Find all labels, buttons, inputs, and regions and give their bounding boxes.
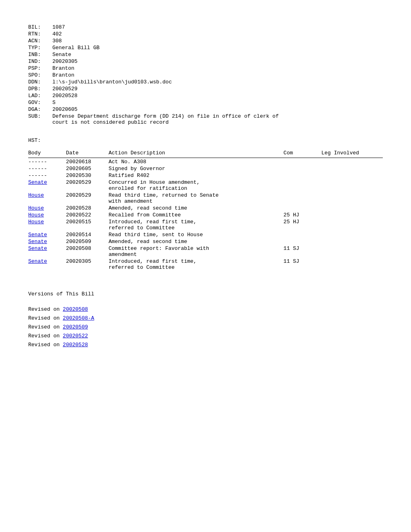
- cell-action: Read third time, returned to Senatewith …: [108, 192, 283, 205]
- cell-body[interactable]: House: [28, 212, 66, 218]
- body-link[interactable]: Senate: [28, 239, 47, 245]
- label-ind: IND:: [28, 58, 52, 64]
- meta-row-typ: TYP: General Bill GB: [28, 45, 383, 51]
- value-ind: 20020305: [52, 58, 383, 64]
- th-body: Body: [28, 150, 66, 158]
- meta-row-rtn: RTN: 402: [28, 31, 383, 37]
- body-link[interactable]: House: [28, 212, 44, 218]
- version-link[interactable]: 20020528: [63, 342, 88, 348]
- cell-date: 20020305: [66, 258, 109, 271]
- value-acn: 308: [52, 38, 383, 44]
- version-link[interactable]: 20020509: [63, 324, 88, 330]
- value-sub: Defense Department discharge form (DD 21…: [52, 113, 383, 125]
- value-psp: Branton: [52, 65, 383, 71]
- cell-leg: [321, 179, 383, 192]
- hst-label: HST:: [28, 137, 383, 143]
- label-dga: DGA:: [28, 106, 52, 112]
- cell-com: [284, 179, 322, 192]
- version-link[interactable]: 20020508-A: [63, 315, 94, 321]
- th-date: Date: [66, 150, 109, 158]
- cell-body[interactable]: Senate: [28, 238, 66, 245]
- meta-row-dga: DGA: 20020605: [28, 106, 383, 112]
- cell-body[interactable]: Senate: [28, 258, 66, 271]
- table-row: Senate20020529Concurred in House amendme…: [28, 179, 383, 192]
- label-typ: TYP:: [28, 45, 52, 51]
- meta-row-bil: BIL: 1087: [28, 24, 383, 30]
- cell-leg: [321, 238, 383, 245]
- cell-leg: [321, 172, 383, 179]
- list-item: Revised on 20020509: [28, 323, 383, 332]
- meta-row-acn: ACN: 308: [28, 38, 383, 44]
- meta-row-gov: GOV: S: [28, 100, 383, 106]
- meta-row-inb: INB: Senate: [28, 52, 383, 58]
- cell-com: [284, 205, 322, 212]
- label-gov: GOV:: [28, 100, 52, 106]
- value-dga: 20020605: [52, 106, 383, 112]
- cell-date: 20020529: [66, 192, 109, 205]
- value-rtn: 402: [52, 31, 383, 37]
- body-link[interactable]: Senate: [28, 258, 47, 264]
- label-acn: ACN:: [28, 38, 52, 44]
- versions-section: Versions of This Bill Revised on 2002050…: [28, 291, 383, 349]
- body-link[interactable]: Senate: [28, 245, 47, 251]
- cell-body[interactable]: Senate: [28, 179, 66, 192]
- body-link[interactable]: House: [28, 192, 44, 198]
- list-item: Revised on 20020522: [28, 332, 383, 341]
- cell-date: 20020528: [66, 205, 109, 212]
- cell-date: 20020618: [66, 158, 109, 165]
- cell-body[interactable]: Senate: [28, 231, 66, 238]
- version-link[interactable]: 20020522: [63, 333, 88, 339]
- value-bil: 1087: [52, 24, 383, 30]
- body-link[interactable]: Senate: [28, 232, 47, 238]
- cell-com: [284, 158, 322, 165]
- cell-body: ------: [28, 165, 66, 172]
- list-item: Revised on 20020508-A: [28, 314, 383, 323]
- cell-body[interactable]: House: [28, 218, 66, 231]
- cell-com: 25 HJ: [284, 212, 322, 218]
- cell-date: 20020529: [66, 179, 109, 192]
- value-inb: Senate: [52, 52, 383, 58]
- cell-date: 20020522: [66, 212, 109, 218]
- body-link[interactable]: House: [28, 219, 44, 225]
- value-lad: 20020528: [52, 93, 383, 99]
- cell-com: 11 SJ: [284, 245, 322, 258]
- cell-leg: [321, 192, 383, 205]
- cell-com: [284, 165, 322, 172]
- cell-action: Signed by Governor: [108, 165, 283, 172]
- list-item: Revised on 20020528: [28, 341, 383, 349]
- cell-leg: [321, 165, 383, 172]
- th-action: Action Description: [108, 150, 283, 158]
- body-link[interactable]: Senate: [28, 179, 47, 185]
- value-ddn: l:\s-jud\bills\branton\jud0103.wsb.doc: [52, 79, 383, 85]
- value-gov: S: [52, 100, 383, 106]
- body-link[interactable]: House: [28, 205, 44, 211]
- cell-body[interactable]: House: [28, 205, 66, 212]
- meta-row-ddn: DDN: l:\s-jud\bills\branton\jud0103.wsb.…: [28, 79, 383, 85]
- version-link[interactable]: 20020508: [63, 306, 88, 312]
- meta-row-spo: SPO: Branton: [28, 72, 383, 78]
- cell-action: Ratified R402: [108, 172, 283, 179]
- cell-body[interactable]: Senate: [28, 245, 66, 258]
- cell-leg: [321, 205, 383, 212]
- meta-row-lad: LAD: 20020528: [28, 93, 383, 99]
- cell-leg: [321, 158, 383, 165]
- table-row: Senate20020305Introduced, read first tim…: [28, 258, 383, 271]
- table-row: Senate20020514Read third time, sent to H…: [28, 231, 383, 238]
- cell-action: Act No. A308: [108, 158, 283, 165]
- cell-leg: [321, 218, 383, 231]
- metadata-section: BIL: 1087 RTN: 402 ACN: 308 TYP: General…: [28, 24, 383, 125]
- cell-date: 20020514: [66, 231, 109, 238]
- cell-date: 20020530: [66, 172, 109, 179]
- cell-action: Concurred in House amendment,enrolled fo…: [108, 179, 283, 192]
- value-dpb: 20020529: [52, 86, 383, 92]
- cell-leg: [321, 212, 383, 218]
- list-item: Revised on 20020508: [28, 305, 383, 314]
- table-row: House20020528Amended, read second time: [28, 205, 383, 212]
- table-row: ------20020618Act No. A308: [28, 158, 383, 165]
- cell-action: Amended, read second time: [108, 238, 283, 245]
- table-row: ------20020530Ratified R402: [28, 172, 383, 179]
- value-spo: Branton: [52, 72, 383, 78]
- cell-date: 20020515: [66, 218, 109, 231]
- cell-com: [284, 231, 322, 238]
- cell-body[interactable]: House: [28, 192, 66, 205]
